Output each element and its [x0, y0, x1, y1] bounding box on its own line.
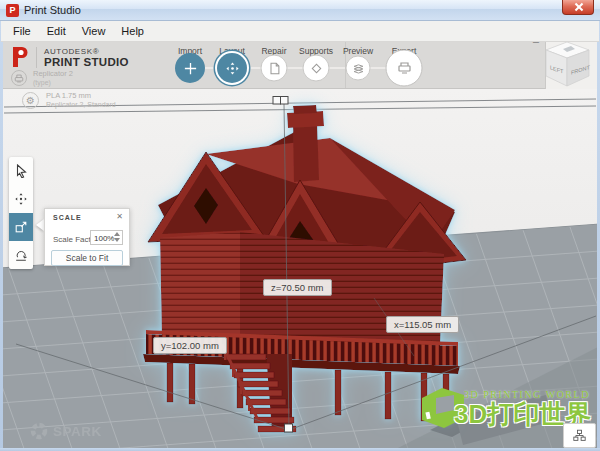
toolbar-underline — [3, 88, 545, 89]
dimension-label-z: z=70.50 mm — [263, 279, 332, 296]
export-button[interactable] — [386, 50, 423, 87]
rotate-tool-button[interactable] — [9, 241, 33, 269]
printer-name: Replicator 2 — [33, 70, 73, 79]
spark-gear-icon — [30, 422, 48, 440]
print-studio-logo — [11, 46, 30, 68]
hierarchy-icon — [573, 429, 586, 442]
menu-view[interactable]: View — [74, 22, 114, 41]
layout-move-icon — [225, 61, 240, 76]
stepper-down-icon[interactable] — [114, 238, 120, 242]
machine-view-button[interactable] — [563, 423, 596, 448]
printer-info[interactable]: Replicator 2 (type) — [11, 70, 73, 87]
cursor-icon — [15, 164, 28, 178]
scale-factor-value: 100% — [94, 234, 114, 243]
scale-icon — [14, 220, 28, 234]
preview-button[interactable] — [346, 56, 371, 81]
printer-icon — [11, 70, 27, 86]
brand-company: AUTODESK® — [44, 47, 129, 56]
move-tool-button[interactable] — [9, 185, 33, 213]
menu-edit[interactable]: Edit — [39, 22, 74, 41]
move-icon — [14, 192, 28, 206]
repair-document-icon — [267, 61, 281, 75]
stepper-up-icon[interactable] — [114, 232, 120, 236]
rotate-icon — [14, 248, 28, 262]
scale-dialog: SCALE ✕ Scale Factor 100% Scale to Fit — [44, 208, 130, 266]
preview-layers-icon — [351, 61, 365, 75]
window-title: Print Studio — [24, 4, 81, 16]
supports-button[interactable] — [303, 55, 330, 82]
dimension-label-y: y=102.00 mm — [153, 337, 227, 354]
printer-type: (type) — [33, 79, 73, 87]
menu-help[interactable]: Help — [113, 22, 152, 41]
stepper-arrows[interactable] — [114, 232, 120, 242]
dimension-label-x: x=115.05 mm — [386, 316, 459, 333]
import-button[interactable] — [175, 53, 205, 83]
app-icon: P — [6, 4, 19, 17]
select-tool-button[interactable] — [9, 157, 33, 185]
spark-logo: SPARK — [30, 422, 102, 440]
dialog-notch — [36, 219, 44, 231]
gear-icon: ⚙ — [22, 92, 39, 109]
scale-tool-button[interactable] — [9, 213, 33, 241]
view-cube[interactable]: LEFT FRONT — [541, 38, 597, 92]
tool-panel — [9, 157, 33, 269]
step-label-preview: Preview — [343, 46, 373, 56]
title-bar: P Print Studio — [0, 0, 600, 21]
material-name: PLA 1.75 mm — [46, 92, 116, 101]
scale-factor-stepper[interactable]: 100% — [90, 230, 123, 245]
menu-bar: File Edit View Help — [1, 21, 599, 42]
spark-label: SPARK — [53, 424, 102, 439]
menu-file[interactable]: File — [5, 22, 39, 41]
scale-to-fit-button[interactable]: Scale to Fit — [51, 250, 123, 266]
top-toolbar: AUTODESK® PRINT STUDIO Replicator 2 (typ… — [3, 42, 597, 89]
material-info[interactable]: ⚙ PLA 1.75 mm Replicator 2, Standard — [22, 92, 116, 109]
material-profile: Replicator 2, Standard — [46, 101, 116, 109]
window-border-left — [0, 21, 3, 451]
import-plus-icon — [183, 61, 198, 76]
close-icon — [573, 2, 583, 12]
export-printer-icon — [396, 61, 412, 76]
scale-dialog-title: SCALE — [53, 214, 82, 221]
supports-diamond-icon — [309, 61, 323, 75]
brand-product: PRINT STUDIO — [44, 56, 129, 68]
print-studio-window: P Print Studio File Edit View Help AUTOD… — [0, 0, 600, 451]
repair-button[interactable] — [261, 55, 288, 82]
brand-block: AUTODESK® PRINT STUDIO — [11, 46, 129, 68]
close-button[interactable] — [562, 0, 594, 15]
scale-dialog-close-icon[interactable]: ✕ — [116, 212, 123, 221]
layout-button[interactable] — [217, 53, 247, 83]
